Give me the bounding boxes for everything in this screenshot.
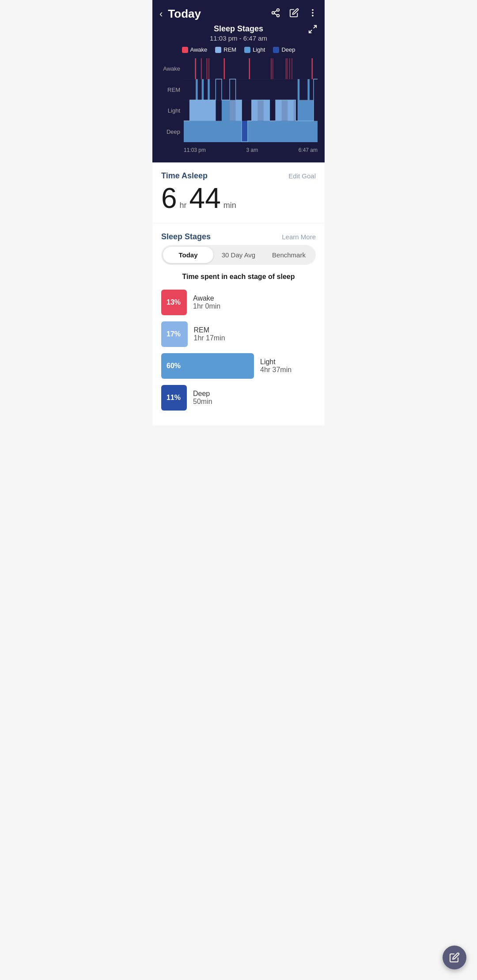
y-label-deep: Deep: [159, 128, 184, 135]
minutes-unit: min: [223, 201, 236, 210]
legend-deep-label: Deep: [281, 46, 295, 53]
rem-info: REM 1hr 17min: [194, 326, 225, 342]
content-area: Time Asleep Edit Goal 6 hr 44 min Sleep …: [152, 162, 325, 426]
svg-rect-18: [223, 58, 225, 79]
rem-duration: 1hr 17min: [194, 334, 225, 342]
awake-bar: 13%: [161, 290, 187, 315]
deep-duration: 50min: [193, 398, 212, 406]
page-title: Today: [168, 7, 201, 21]
deep-info: Deep 50min: [193, 390, 212, 406]
sleep-chart-container: Awake REM Light Deep: [159, 58, 318, 155]
back-button[interactable]: ‹: [159, 8, 163, 20]
deep-pct: 11%: [167, 394, 181, 402]
svg-line-4: [274, 10, 277, 12]
more-icon[interactable]: [308, 8, 318, 20]
x-label-start: 11:03 pm: [184, 147, 206, 153]
chart-x-labels: 11:03 pm 3 am 6:47 am: [184, 144, 318, 155]
nav-actions: [271, 8, 318, 20]
y-label-light: Light: [159, 107, 184, 114]
legend-rem-label: REM: [223, 46, 236, 53]
rem-name: REM: [194, 326, 225, 334]
svg-rect-25: [292, 58, 292, 79]
learn-more-button[interactable]: Learn More: [282, 233, 316, 241]
awake-name: Awake: [193, 294, 220, 302]
legend-deep: Deep: [273, 46, 295, 53]
x-label-end: 6:47 am: [299, 147, 318, 153]
chart-time-range: 11:03 pm - 6:47 am: [159, 34, 318, 42]
share-icon[interactable]: [271, 8, 280, 20]
stage-row-awake: 13% Awake 1hr 0min: [161, 290, 316, 315]
awake-info: Awake 1hr 0min: [193, 294, 220, 310]
chart-title: Sleep Stages: [159, 24, 318, 34]
rem-bar: 17%: [161, 321, 188, 347]
section-divider-1: [152, 223, 325, 223]
deep-bar: 11%: [161, 385, 187, 411]
nav-left: ‹ Today: [159, 7, 201, 21]
x-label-mid: 3 am: [246, 147, 258, 153]
svg-point-6: [312, 12, 314, 14]
light-info: Light 4hr 37min: [260, 358, 292, 374]
chart-legend: Awake REM Light Deep: [159, 46, 318, 53]
time-asleep-title: Time Asleep: [161, 171, 208, 181]
chart-y-labels: Awake REM Light Deep: [159, 58, 184, 142]
expand-button[interactable]: [308, 24, 318, 36]
light-duration: 4hr 37min: [260, 366, 292, 374]
tab-today[interactable]: Today: [163, 247, 213, 263]
time-asleep-value: 6 hr 44 min: [161, 184, 316, 212]
svg-rect-14: [195, 58, 196, 79]
svg-rect-24: [289, 58, 290, 79]
y-label-awake: Awake: [159, 65, 184, 72]
stage-row-rem: 17% REM 1hr 17min: [161, 321, 316, 347]
stage-row-deep: 11% Deep 50min: [161, 385, 316, 411]
svg-rect-21: [273, 58, 273, 79]
svg-line-3: [274, 13, 277, 15]
svg-rect-22: [286, 58, 287, 79]
sleep-stages-svg: [184, 58, 318, 142]
rem-pct: 17%: [167, 330, 181, 338]
svg-rect-20: [271, 58, 272, 79]
svg-rect-17: [208, 58, 209, 79]
awake-pct: 13%: [167, 298, 181, 306]
tab-30day[interactable]: 30 Day Avg: [213, 247, 264, 263]
chart-svg-area: [184, 58, 318, 142]
awake-dot: [182, 47, 188, 53]
svg-point-7: [312, 15, 314, 16]
svg-rect-23: [287, 58, 288, 79]
chart-section: Sleep Stages 11:03 pm - 6:47 am Awake RE…: [152, 24, 325, 162]
sleep-stages-title: Sleep Stages: [161, 232, 211, 241]
legend-awake-label: Awake: [190, 46, 208, 53]
legend-light: Light: [244, 46, 265, 53]
hours-value: 6: [161, 184, 177, 212]
awake-duration: 1hr 0min: [193, 302, 220, 310]
svg-line-8: [314, 26, 316, 28]
deep-dot: [273, 47, 279, 53]
rem-dot: [215, 47, 221, 53]
deep-name: Deep: [193, 390, 212, 398]
svg-point-5: [312, 9, 314, 11]
time-asleep-header: Time Asleep Edit Goal: [161, 171, 316, 181]
light-bar: 60%: [161, 353, 254, 379]
tab-benchmark[interactable]: Benchmark: [264, 247, 314, 263]
svg-line-9: [309, 30, 312, 33]
stage-row-light: 60% Light 4hr 37min: [161, 353, 316, 379]
legend-awake: Awake: [182, 46, 208, 53]
sleep-stage-tabs: Today 30 Day Avg Benchmark: [161, 245, 316, 265]
svg-rect-15: [201, 58, 202, 79]
hours-unit: hr: [180, 201, 187, 210]
minutes-value: 44: [189, 184, 221, 212]
sleep-stages-header: Sleep Stages Learn More: [161, 232, 316, 241]
edit-goal-button[interactable]: Edit Goal: [288, 172, 316, 180]
legend-rem: REM: [215, 46, 236, 53]
svg-rect-19: [249, 58, 250, 79]
y-label-rem: REM: [159, 87, 184, 93]
sleep-header: ‹ Today: [152, 0, 325, 162]
svg-rect-26: [311, 58, 313, 79]
svg-rect-16: [207, 58, 208, 79]
edit-icon[interactable]: [289, 8, 299, 20]
light-dot: [244, 47, 250, 53]
legend-light-label: Light: [253, 46, 265, 53]
top-nav: ‹ Today: [152, 0, 325, 24]
light-name: Light: [260, 358, 292, 366]
light-pct: 60%: [167, 362, 181, 370]
stages-subtitle: Time spent in each stage of sleep: [161, 273, 316, 281]
